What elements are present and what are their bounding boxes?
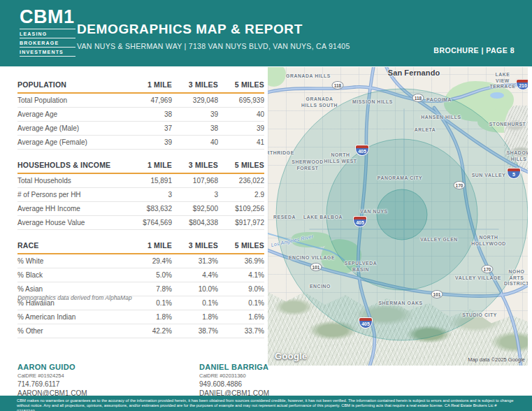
demographics-panel: POPULATION1 MILE3 MILES5 MILESTotal Popu… [17, 78, 264, 347]
cell-value: 1.6% [218, 313, 264, 321]
contact-license: CalDRE #02031360 [199, 373, 269, 379]
contact-license: CalDRE #01924254 [17, 373, 87, 379]
map-label-studio-city: STUDIO CITY [462, 312, 497, 319]
cell-value: 4.1% [218, 271, 264, 279]
logo-division-leasing: LEASING [20, 29, 76, 38]
page-title: DEMOGRAPHICS MAP & REPORT [77, 22, 350, 37]
row-label: % Other [17, 327, 129, 335]
header-titles: DEMOGRAPHICS MAP & REPORT VAN NUYS & SHE… [77, 22, 350, 50]
logo-division-investments: INVESTMENTS [20, 48, 76, 57]
highway-shield-118-icon: 118 [332, 81, 344, 89]
cell-value: 1.8% [129, 313, 172, 321]
header-bar: CBM1 LEASINGBROKERAGEINVESTMENTS DEMOGRA… [0, 0, 532, 66]
map-label-sherwood-forest: SHERWOOD FOREST [292, 159, 323, 171]
logo-divisions: LEASINGBROKERAGEINVESTMENTS [20, 29, 76, 57]
cell-value: 40 [218, 110, 264, 118]
table-row-average-age: Average Age383940 [17, 108, 264, 122]
table-row-black: % Black5.0%4.4%4.1% [17, 268, 264, 282]
cell-value: 107,968 [172, 177, 218, 185]
row-label: Average Age (Male) [17, 124, 129, 132]
row-label: Average HH Income [17, 205, 129, 212]
table-population: POPULATION1 MILE3 MILES5 MILESTotal Popu… [17, 78, 264, 150]
cell-value: 41 [218, 138, 264, 146]
cbm1-logo: CBM1 LEASINGBROKERAGEINVESTMENTS [20, 6, 76, 57]
map-label-encino-village: ENCINO VILLAGE [289, 255, 335, 261]
table-row-of-persons-per-hh: # of Persons per HH332.9 [17, 188, 264, 202]
column-header-5-miles: 5 MILES [218, 242, 264, 250]
map-label-sherman-oaks: SHERMAN OAKS [378, 301, 422, 307]
row-label: % White [17, 257, 129, 265]
table-row-total-population: Total Population47,969329,048695,939 [17, 94, 264, 108]
row-label: Average House Value [17, 219, 129, 226]
row-label: Total Population [17, 96, 129, 104]
column-header-3-miles: 3 MILES [172, 242, 218, 250]
column-header-1-mile: 1 MILE [129, 161, 172, 169]
row-label: # of Persons per HH [17, 191, 129, 199]
cell-value: $764,569 [129, 219, 172, 226]
highway-shield-101-icon: 101 [310, 263, 322, 271]
cell-value: 36.9% [218, 257, 264, 265]
highway-shield-101-icon: 101 [431, 290, 443, 298]
map-label-northridge: NORTHRIDGE [268, 150, 294, 157]
google-logo: Google [275, 351, 308, 361]
map-label-north-hills-west: NORTH HILLS WEST [324, 152, 357, 164]
map-attribution: Map data ©2025 Google [468, 356, 525, 363]
column-header-1-mile: 1 MILE [129, 81, 172, 89]
cell-value: 39 [172, 110, 218, 118]
section-title: RACE [17, 242, 129, 250]
row-label: Average Age (Female) [17, 138, 129, 146]
table-race: RACE1 MILE3 MILES5 MILES% White29.4%31.3… [17, 239, 264, 338]
contacts-section: AARON GUIDOCalDRE #01924254714.769.6117A… [17, 363, 266, 395]
map-label-valley-village: VALLEY VILLAGE [455, 275, 501, 282]
cell-value: 29.4% [129, 257, 172, 265]
data-source-footnote: Demographics data derived from AlphaMap [17, 294, 264, 301]
contact-phone: 949.608.4886 [199, 380, 269, 388]
logo-division-brokerage: BROKERAGE [20, 38, 76, 48]
column-header-5-miles: 5 MILES [218, 81, 264, 89]
map-label-sepulveda-basin: SEPULVEDA BASIN [345, 261, 377, 273]
cell-value: 37 [129, 124, 172, 132]
section-title: POPULATION [17, 81, 129, 89]
table-header-row: RACE1 MILE3 MILES5 MILES [17, 239, 264, 254]
cell-value: 695,939 [218, 96, 264, 104]
map-label-granada-hills: GRANADA HILLS [286, 73, 331, 80]
cell-value: $917,972 [218, 219, 264, 226]
map-label-shadow-hills: SHADOW HILLS [507, 150, 528, 162]
cell-value: 4.4% [172, 271, 218, 279]
table-row-american-indian: % American Indian1.8%1.8%1.6% [17, 310, 264, 324]
highway-shield-210-icon: 210 [516, 79, 528, 90]
cell-value: $109,256 [218, 205, 264, 212]
table-row-other: % Other42.2%38.7%33.7% [17, 324, 264, 338]
table-row-white: % White29.4%31.3%36.9% [17, 254, 264, 268]
cell-value: 38 [172, 124, 218, 132]
map-label-mission-hills: MISSION HILLS [352, 99, 393, 106]
contact-name: AARON GUIDO [17, 363, 87, 371]
map-label-granada-hills-south: GRANADA HILLS SOUTH [301, 96, 338, 108]
table-row-average-age-male: Average Age (Male)373839 [17, 122, 264, 136]
cell-value: 38 [129, 110, 172, 118]
cell-value: 38.7% [172, 327, 218, 335]
contact-name: DANIEL BARRIGA [199, 363, 269, 371]
cell-value: 2.9 [218, 191, 264, 199]
cell-value: 3 [129, 191, 172, 199]
row-label: Total Households [17, 177, 129, 185]
cell-value: 236,022 [218, 177, 264, 185]
footnote-wrap: Demographics data derived from AlphaMap [17, 289, 264, 301]
cell-value: $92,500 [172, 205, 218, 212]
cell-value: 42.2% [129, 327, 172, 335]
row-label: % Black [17, 271, 129, 279]
cell-value: 39 [218, 124, 264, 132]
highway-shield-170-icon: 170 [454, 181, 466, 189]
contact-phone: 714.769.6117 [17, 380, 87, 388]
column-header-3-miles: 3 MILES [172, 161, 218, 169]
cell-value: 31.3% [172, 257, 218, 265]
column-header-1-mile: 1 MILE [129, 242, 172, 250]
page-subtitle: VAN NUYS & SHERMAN WAY | 7138 VAN NUYS B… [77, 42, 350, 50]
cell-value: 15,891 [129, 177, 172, 185]
cell-value: 39 [129, 138, 172, 146]
map-label-hansen-hills: HANSEN HILLS [421, 115, 461, 121]
column-header-3-miles: 3 MILES [172, 81, 218, 89]
map-label-noho-arts-district: NOHO ARTS DISTRICT [504, 269, 528, 287]
cell-value: 329,048 [172, 96, 218, 104]
map-label-pacoima: PACOIMA [426, 97, 452, 103]
